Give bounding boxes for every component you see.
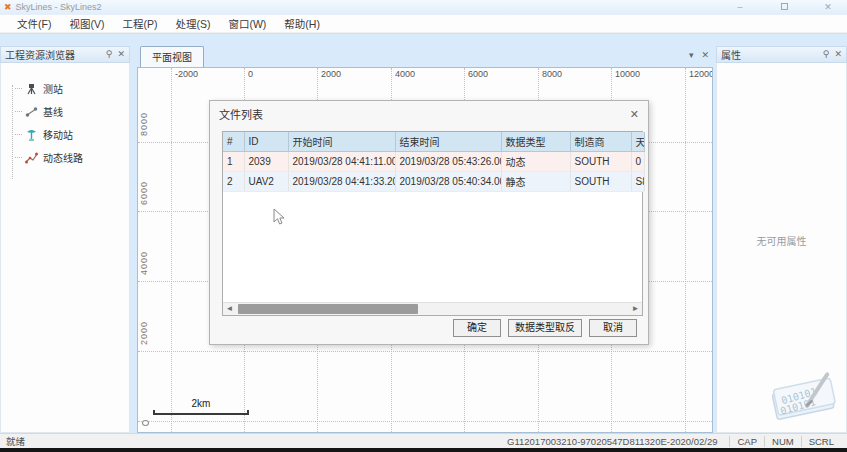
x-ruler-label: 0 [246,69,255,79]
main-area: 工程资源浏览器 ⚲ ✕ 测站 基线 [0,46,847,433]
cell-id: UAV2 [244,172,288,192]
tree-item-label: 测站 [43,81,63,96]
dialog-titlebar[interactable]: 文件列表 ✕ [210,101,648,127]
x-ruler-label: -2000 [173,69,200,79]
table-row[interactable]: 1 2039 2019/03/28 04:41:11.000 2019/03/2… [223,152,644,172]
col-header-antenna[interactable]: 天 [631,132,644,152]
right-panel-body: 无可用属性 010101 010101 [716,63,847,433]
tree-stub [15,88,22,89]
window-title: SkyLines - SkyLines2 [16,2,102,12]
close-icon[interactable]: ✕ [821,3,835,12]
menu-view[interactable]: 视图(V) [60,16,113,31]
file-table: # ID 开始时间 结束时间 数据类型 制造商 天 1 [223,132,645,192]
grid-line-h [138,421,712,422]
col-header-start-time[interactable]: 开始时间 [288,132,395,152]
map-scale-bar: 2km [153,398,249,415]
tree-item-dynamic-route[interactable]: 动态线路 [7,146,129,169]
x-ruler-label: 6000 [466,69,490,79]
plan-view-canvas[interactable]: -2000 0 2000 4000 6000 8000 10000 12000 … [137,67,713,433]
cell-index: 2 [223,172,244,192]
tree-item-label: 移动站 [43,127,73,142]
grid-line-v [171,68,172,432]
mouse-cursor [273,208,287,226]
tree-stub [15,157,22,158]
col-header-manufacturer[interactable]: 制造商 [570,132,631,152]
invert-data-type-button[interactable]: 数据类型取反 [508,319,582,337]
tab-plan-view[interactable]: 平面视图 [140,46,204,67]
scroll-left-icon[interactable]: ◄ [223,305,236,313]
grid-line-v [685,68,686,432]
close-icon[interactable]: ✕ [834,50,842,59]
col-header-index[interactable]: # [223,132,244,152]
dialog-title: 文件列表 [219,106,263,122]
x-ruler-label: 12000 [687,69,713,79]
maximize-glyph [781,3,788,10]
menu-window[interactable]: 窗口(W) [219,16,275,31]
menu-file[interactable]: 文件(F) [8,16,60,31]
close-icon[interactable]: ✕ [117,50,125,59]
y-ruler-label: 2000 [139,321,149,345]
status-ready-text: 就绪 [6,434,25,448]
toolstrip [0,33,847,46]
pin-icon[interactable]: ⚲ [106,50,113,59]
maximize-icon[interactable] [777,3,791,12]
pin-icon[interactable]: ⚲ [823,50,830,59]
scale-label: 2km [153,398,249,409]
cell-manufacturer: SOUTH [570,172,631,192]
window-controls: – ✕ [733,3,843,12]
table-row[interactable]: 2 UAV2 2019/03/28 04:41:33.200 2019/03/2… [223,172,644,192]
menu-process[interactable]: 处理(S) [166,16,219,31]
menu-project[interactable]: 工程(P) [113,16,166,31]
scrollbar-track[interactable] [236,303,629,315]
tree-item-baseline[interactable]: 基线 [7,100,129,123]
col-header-data-type[interactable]: 数据类型 [501,132,570,152]
scroll-lock-indicator: SCRL [802,436,841,447]
cell-data-type: 动态 [501,152,570,172]
cell-antenna: 0 [631,152,644,172]
scrollbar-thumb[interactable] [238,304,418,314]
minimize-icon[interactable]: – [733,3,747,12]
document-tabbar: 平面视图 ▾ ✕ [137,46,713,67]
scroll-right-icon[interactable]: ► [629,305,642,313]
tree-item-station[interactable]: 测站 [7,77,129,100]
menu-help[interactable]: 帮助(H) [275,16,329,31]
cell-start-time: 2019/03/28 04:41:11.000 [288,152,395,172]
horizontal-scrollbar[interactable]: ◄ ► [223,302,642,315]
dynamic-route-icon [23,151,39,165]
dialog-button-row: 确定 数据类型取反 取消 [453,319,637,337]
ok-button[interactable]: 确定 [453,319,501,337]
x-ruler-label: 8000 [540,69,564,79]
baseline-icon [23,105,39,119]
properties-panel: 属性 ⚲ ✕ 无可用属性 010101 010101 [716,46,847,433]
cell-antenna: S8 [631,172,644,192]
y-ruler-label: 8000 [139,112,149,136]
close-icon[interactable]: ✕ [630,108,639,121]
cell-data-type: 静态 [501,172,570,192]
scale-line [153,410,249,415]
window-titlebar: ✖ SkyLines - SkyLines2 – ✕ [0,0,847,15]
statusbar: 就绪 G112017003210-97020547D811320E-2020/0… [0,433,847,448]
cell-end-time: 2019/03/28 05:43:26.000 [395,152,501,172]
resource-tree: 测站 基线 移动站 [1,63,129,169]
tab-dropdown-icon[interactable]: ▾ [689,50,694,60]
tabbar-controls: ▾ ✕ [689,50,709,60]
col-header-end-time[interactable]: 结束时间 [395,132,501,152]
col-header-id[interactable]: ID [244,132,288,152]
left-splitter[interactable] [130,46,137,433]
station-icon [23,82,39,96]
application-window: { "window": { "title": "SkyLines - SkyLi… [0,0,847,452]
x-ruler-label: 10000 [613,69,642,79]
skylines-logo-icon: ✖ [4,3,12,12]
right-panel-title: 属性 [721,47,818,62]
cancel-button[interactable]: 取消 [589,319,637,337]
cell-start-time: 2019/03/28 04:41:33.200 [288,172,395,192]
license-serial-text: G112017003210-97020547D811320E-2020/02/2… [507,436,730,447]
tree-item-rover[interactable]: 移动站 [7,123,129,146]
y-ruler-label: 4000 [139,251,149,275]
tab-close-icon[interactable]: ✕ [701,50,709,60]
status-right-group: G112017003210-97020547D811320E-2020/02/2… [507,436,841,447]
tree-item-label: 基线 [43,104,63,119]
cell-id: 2039 [244,152,288,172]
tree-item-label: 动态线路 [43,150,83,165]
binary-notepad-watermark-icon: 010101 010101 [762,362,844,426]
